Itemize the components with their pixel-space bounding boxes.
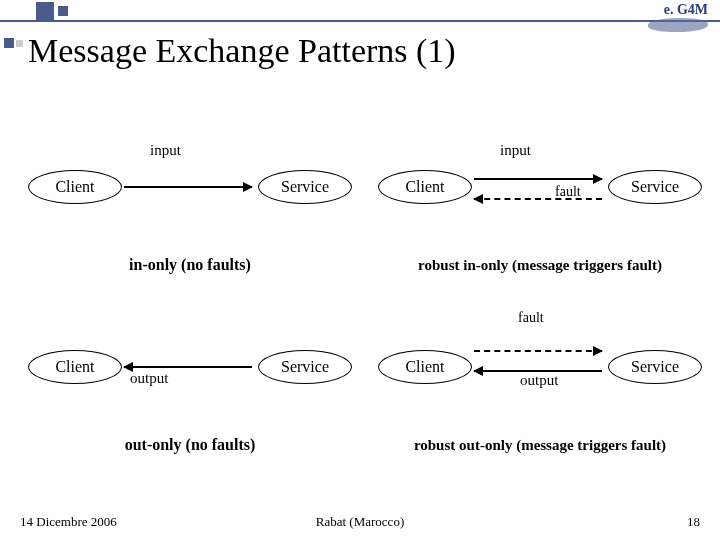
arrow-input bbox=[124, 186, 252, 188]
service-node: Service bbox=[258, 170, 352, 204]
fault-label: fault bbox=[555, 184, 581, 200]
page-title: Message Exchange Patterns (1) bbox=[28, 32, 456, 70]
service-node: Service bbox=[608, 350, 702, 384]
deco-square bbox=[58, 6, 68, 16]
output-label: output bbox=[130, 370, 168, 387]
client-node: Client bbox=[28, 350, 122, 384]
header-rule bbox=[0, 20, 720, 22]
pattern-in-only: input Client Service in-only (no faults) bbox=[20, 130, 360, 280]
pattern-out-only: Client output Service out-only (no fault… bbox=[20, 310, 360, 460]
pattern-caption: out-only (no faults) bbox=[20, 436, 360, 454]
pattern-robust-in-only: input Client fault Service robust in-onl… bbox=[370, 130, 710, 280]
arrow-fault bbox=[474, 350, 602, 352]
deco-square bbox=[36, 2, 54, 20]
deco-square bbox=[4, 38, 14, 48]
arrow-input bbox=[474, 178, 602, 180]
arrow-fault bbox=[474, 198, 602, 200]
output-label: output bbox=[520, 372, 558, 389]
footer: 14 Dicembre 2006 Rabat (Marocco) 18 bbox=[0, 514, 720, 530]
logo-text: e. G4M bbox=[638, 2, 708, 18]
service-node: Service bbox=[608, 170, 702, 204]
logo-graphic bbox=[648, 18, 708, 32]
input-label: input bbox=[150, 142, 181, 159]
pattern-robust-out-only: fault Client output Service robust out-o… bbox=[370, 310, 710, 460]
pattern-caption: robust in-only (message triggers fault) bbox=[370, 257, 710, 274]
input-label: input bbox=[500, 142, 531, 159]
pattern-caption: in-only (no faults) bbox=[20, 256, 360, 274]
footer-location: Rabat (Marocco) bbox=[0, 514, 720, 530]
pattern-caption: robust out-only (message triggers fault) bbox=[370, 437, 710, 454]
client-node: Client bbox=[378, 350, 472, 384]
client-node: Client bbox=[378, 170, 472, 204]
deco-square bbox=[16, 40, 23, 47]
service-node: Service bbox=[258, 350, 352, 384]
client-node: Client bbox=[28, 170, 122, 204]
arrow-output bbox=[124, 366, 252, 368]
logo: e. G4M bbox=[638, 2, 708, 30]
fault-label: fault bbox=[518, 310, 544, 326]
